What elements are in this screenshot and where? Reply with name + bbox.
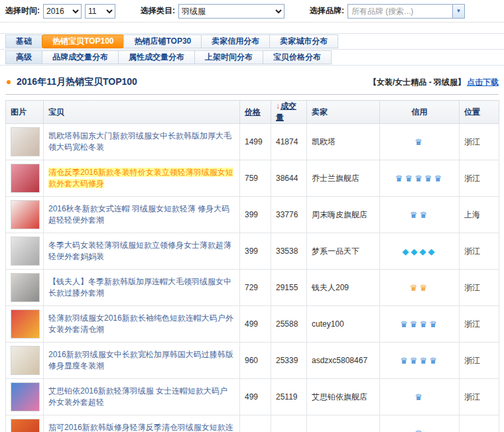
tab-hot-shops-top30[interactable]: 热销店铺TOP30 — [123, 34, 202, 48]
brand-dropdown-button[interactable]: ▼ — [452, 4, 465, 19]
credit-icons: ♛♛ — [410, 210, 429, 220]
price-cell — [240, 415, 271, 432]
seller-cell: 艾思铂依旗舰店 — [307, 379, 380, 415]
product-thumbnail[interactable] — [11, 237, 40, 266]
location-cell: 浙江 — [460, 233, 499, 270]
product-thumbnail[interactable] — [11, 419, 40, 432]
table-row: 清仓反季2016新款冬装特价女装立领轻薄羽绒服女短款外套大码修身 759 386… — [6, 160, 499, 197]
credit-icons: ♛ — [414, 137, 424, 147]
product-title-link[interactable]: 清仓反季2016新款冬装特价女装立领轻薄羽绒服女短款外套大码修身 — [48, 168, 233, 188]
product-title-link[interactable]: 2016秋冬新款女式连帽 羽绒服女短款轻薄 修身大码超轻轻便外套潮 — [48, 204, 229, 225]
tab-seller-credit-distribution[interactable]: 卖家信用分布 — [201, 34, 270, 48]
product-thumbnail[interactable] — [11, 382, 40, 411]
location-cell: 浙江 — [460, 270, 499, 306]
price-cell: 499 — [240, 306, 271, 343]
price-sort-link[interactable]: 价格 — [245, 107, 261, 117]
price-cell: 759 — [240, 160, 271, 197]
tab-group-advanced: 高级 — [5, 50, 42, 64]
filter-bar: 选择时间: 2016 11 选择类目: 羽绒服 选择品牌: ▼ — [0, 0, 504, 23]
product-thumbnail[interactable] — [11, 164, 40, 193]
credit-icons: ♛♛♛♛ — [400, 356, 439, 366]
price-cell: 729 — [240, 270, 271, 306]
ranking-table: 图片 宝贝 价格 ↓成交量 卖家 信用 位置 凯欧塔韩国东大门新款羽绒服女中长款… — [5, 100, 499, 432]
month-select[interactable]: 11 — [85, 4, 115, 19]
table-row: 2016秋冬新款女式连帽 羽绒服女短款轻薄 修身大码超轻轻便外套潮 399 33… — [6, 197, 499, 233]
product-thumbnail[interactable] — [11, 346, 40, 375]
volume-cell — [271, 415, 307, 432]
table-header-row: 图片 宝贝 价格 ↓成交量 卖家 信用 位置 — [6, 101, 499, 124]
download-link[interactable]: 点击下载 — [467, 78, 499, 87]
tab-group-basic: 基础 — [5, 34, 42, 48]
seller-cell: 梦系一品天下 — [307, 233, 380, 270]
volume-cell: 33776 — [271, 197, 307, 233]
seller-cell — [307, 415, 380, 432]
table-row: 2016新款羽绒服女中长款宽松加厚韩国大码过膝韩版修身显瘦冬装潮 960 253… — [6, 343, 499, 379]
volume-cell: 25339 — [271, 343, 307, 379]
col-image: 图片 — [6, 101, 44, 124]
chevron-down-icon: ▼ — [456, 9, 462, 14]
location-cell — [460, 415, 499, 432]
advanced-tab-row: 高级 品牌成交量分布 属性成交量分布 上架时间分布 宝贝价格分布 — [0, 50, 504, 66]
brand-combo: ▼ — [347, 4, 465, 19]
volume-cell: 41874 — [271, 124, 307, 160]
credit-icons: ♛ — [414, 392, 424, 402]
location-cell: 浙江 — [460, 124, 499, 160]
location-cell: 浙江 — [460, 306, 499, 343]
tab-item-price-distribution[interactable]: 宝贝价格分布 — [263, 50, 332, 64]
brand-search-input[interactable] — [347, 4, 452, 19]
seller-cell: 周末嗨皮旗舰店 — [307, 197, 380, 233]
sort-desc-icon: ↓ — [276, 101, 280, 111]
product-title-link[interactable]: 冬季大码女装轻薄羽绒服短款立领修身女士薄款超薄轻便外套妈妈装 — [48, 241, 231, 261]
volume-cell: 33538 — [271, 233, 307, 270]
credit-icons: ♛♛♛♛ — [400, 319, 439, 329]
price-cell: 399 — [240, 197, 271, 233]
credit-icons: ◆◆◆◆ — [403, 246, 437, 256]
volume-cell: 38644 — [271, 160, 307, 197]
product-title-link[interactable]: 2016新款羽绒服女中长款宽松加厚韩国大码过膝韩版修身显瘦冬装潮 — [48, 350, 233, 370]
seller-cell: cutey100 — [307, 306, 380, 343]
col-credit: 信用 — [380, 101, 460, 124]
product-thumbnail[interactable] — [11, 200, 40, 229]
table-row: 凯欧塔韩国东大门新款羽绒服女中长款韩版加厚大毛领大码宽松冬装 1499 4187… — [6, 124, 499, 160]
price-cell: 960 — [240, 343, 271, 379]
tab-hot-items-top100[interactable]: 热销宝贝TOP100 — [42, 34, 124, 48]
table-row: 轻薄款羽绒服女2016新款长袖纯色短款连帽大码户外女装外套清仓潮 499 255… — [6, 306, 499, 343]
head-right: 【女装/女士精品 - 羽绒服】点击下载 — [369, 77, 499, 88]
price-cell: 399 — [240, 233, 271, 270]
price-cell: 499 — [240, 379, 271, 415]
col-location: 位置 — [460, 101, 499, 124]
time-filter-label: 选择时间: — [5, 5, 40, 17]
tab-attribute-volume-distribution[interactable]: 属性成交量分布 — [118, 50, 195, 64]
volume-cell: 29155 — [271, 270, 307, 306]
location-cell: 浙江 — [460, 160, 499, 197]
orange-bullet-icon — [7, 80, 11, 84]
table-row: 【钱夫人】冬季新款韩版加厚连帽大毛领羽绒服女中长款过膝外套潮 729 29155… — [6, 270, 499, 306]
page-title: 2016年11月热销宝贝TOP100 — [17, 76, 137, 88]
location-cell: 浙江 — [460, 343, 499, 379]
year-select[interactable]: 2016 — [43, 4, 82, 19]
table-row: 冬季大码女装轻薄羽绒服短款立领修身女士薄款超薄轻便外套妈妈装 399 33538… — [6, 233, 499, 270]
col-volume: ↓成交量 — [271, 101, 307, 124]
product-title-link[interactable]: 艾思铂依2016新款轻薄羽绒服 女士连帽短款大码户外女装外套超轻 — [48, 386, 227, 407]
credit-icons: ♛♛♛♛♛ — [395, 174, 444, 184]
tab-brand-volume-distribution[interactable]: 品牌成交量分布 — [42, 50, 119, 64]
product-thumbnail[interactable] — [11, 309, 40, 339]
product-title-link[interactable]: 茄可2016新款韩版修身轻薄反季清仓羽绒服女短款连帽外套潮 — [48, 423, 233, 432]
price-cell: 1499 — [240, 124, 271, 160]
col-price: 价格 — [240, 101, 271, 124]
seller-cell: 乔士兰旗舰店 — [307, 160, 380, 197]
product-thumbnail[interactable] — [11, 273, 40, 302]
category-select[interactable]: 羽绒服 — [178, 4, 284, 19]
table-row: 艾思铂依2016新款轻薄羽绒服 女士连帽短款大码户外女装外套超轻 499 251… — [6, 379, 499, 415]
tab-listing-time-distribution[interactable]: 上架时间分布 — [194, 50, 263, 64]
product-title-link[interactable]: 凯欧塔韩国东大门新款羽绒服女中长款韩版加厚大毛领大码宽松冬装 — [48, 131, 231, 152]
brand-filter-label: 选择品牌: — [310, 5, 344, 17]
location-cell: 上海 — [460, 197, 499, 233]
product-title-link[interactable]: 轻薄款羽绒服女2016新款长袖纯色短款连帽大码户外女装外套清仓潮 — [48, 313, 233, 334]
section-head: 2016年11月热销宝贝TOP100 【女装/女士精品 - 羽绒服】点击下载 — [5, 76, 499, 95]
product-title-link[interactable]: 【钱夫人】冬季新款韩版加厚连帽大毛领羽绒服女中长款过膝外套潮 — [48, 277, 231, 297]
product-thumbnail[interactable] — [11, 127, 40, 156]
seller-cell: asdzxc5808467 — [307, 343, 380, 379]
tab-seller-city-distribution[interactable]: 卖家城市分布 — [269, 34, 338, 48]
col-item: 宝贝 — [44, 101, 240, 124]
